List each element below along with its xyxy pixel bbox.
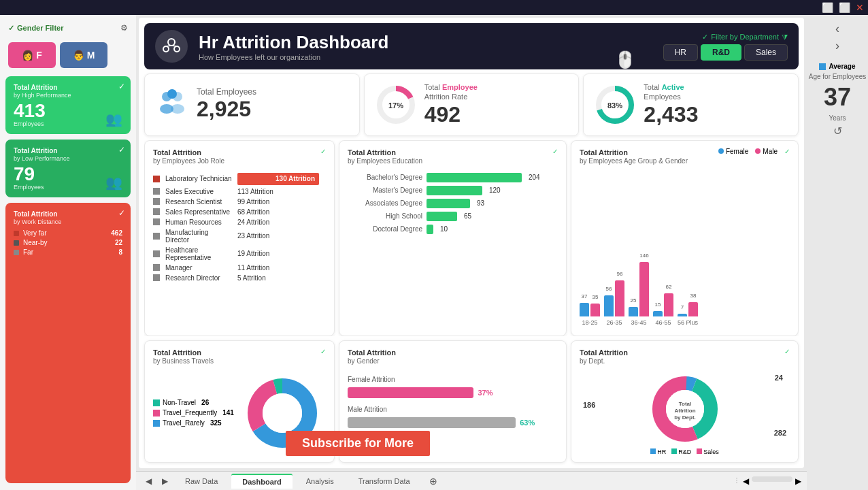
dashboard-title: Hr Attrition Dashboard [199, 32, 388, 53]
male-attrition-bar [348, 417, 516, 428]
people-icon [156, 88, 188, 121]
dept-sales-value: 282 [774, 429, 786, 437]
distance-dot [14, 250, 19, 255]
job-role-item: Manufacturing Director 23 Attrition [153, 229, 326, 244]
avg-sublabel: Age for Employees [809, 73, 867, 80]
male-legend: Male [755, 148, 778, 155]
female-pct: 37% [478, 389, 493, 397]
avg-dot [819, 63, 826, 70]
role-dot [153, 208, 160, 215]
scroll-right-button[interactable]: ▶ [795, 476, 801, 486]
tab-dashboard[interactable]: Dashboard [231, 474, 292, 489]
kpi-total-employees: Total Employees 2,925 [144, 74, 360, 136]
check-icon: ✓ [784, 148, 790, 155]
filter-rd-button[interactable]: R&D [701, 44, 741, 61]
dashboard: Hr Attrition Dashboard How Employees lef… [139, 18, 804, 468]
job-role-item: Sales Executive 113 Attrition [153, 188, 326, 195]
female-filter-button[interactable]: 👩 F [8, 42, 56, 68]
filter-sales-button[interactable]: Sales [744, 44, 788, 61]
tab-analysis[interactable]: Analysis [295, 474, 345, 488]
svg-line-4 [171, 46, 177, 46]
role-dot [153, 218, 160, 225]
distance-item: Far 8 [14, 248, 122, 256]
female-legend: Female [718, 148, 748, 155]
distance-dot [14, 240, 19, 246]
tab-transform-data[interactable]: Transform Data [348, 474, 421, 488]
employees-icon: 👥 [105, 174, 122, 191]
edu-item: Bachelor's Degree 204 [348, 173, 558, 182]
male-bar: 96 [615, 280, 624, 316]
svg-text:Attrition: Attrition [674, 408, 695, 414]
edu-bar [427, 186, 482, 195]
add-tab-button[interactable]: ⊕ [424, 473, 443, 489]
svg-point-0 [168, 39, 175, 46]
check-icon: ✓ [118, 145, 125, 154]
age-group: 73856 Plus [678, 302, 698, 326]
nav-prev-button[interactable]: ‹ [835, 22, 839, 36]
edu-item: Associates Degree 93 [348, 199, 558, 208]
age-group: 373518-25 [580, 303, 600, 326]
filter-buttons: HR R&D Sales [663, 44, 788, 61]
tab-prev-button[interactable]: ◀ [141, 474, 155, 488]
tab-next-button[interactable]: ▶ [158, 474, 171, 488]
kpi-row: Total Employees 2,925 17% [144, 74, 799, 136]
refresh-icon[interactable]: ↺ [833, 125, 842, 137]
job-role-item: Healthcare Representative 19 Attrition [153, 246, 326, 261]
role-dot [153, 198, 160, 205]
edu-bar [427, 173, 522, 182]
female-bar: 25 [629, 307, 638, 316]
close-icon[interactable]: ✕ [856, 2, 864, 13]
svg-text:by Dept.: by Dept. [674, 414, 696, 421]
check-icon: ✓ [320, 148, 326, 155]
distance-item: Near-by 22 [14, 239, 122, 246]
total-employees-label: Total Employees [197, 87, 256, 97]
check-icon: ✓ [552, 148, 558, 155]
cursor: 🖱️ [615, 50, 635, 69]
scroll-left-button[interactable]: ◀ [743, 476, 749, 486]
minimize-icon[interactable]: ⬜ [822, 2, 833, 13]
attrition-rate-label: Total EmployeeAttrition Rate [424, 82, 478, 102]
svg-text:83%: 83% [607, 101, 622, 110]
bottom-bar: ◀ ▶ Raw Data Dashboard Analysis Transfor… [136, 471, 807, 490]
active-value: 2,433 [644, 102, 698, 127]
check-icon: ✓ [118, 208, 125, 218]
attrition-high-card: ✓ Total Attrition by High Performance 41… [5, 76, 131, 134]
svg-point-7 [167, 89, 177, 99]
filter-icon[interactable]: ⚙ [120, 23, 128, 33]
title-bar: ⬜ ⬜ ✕ [0, 0, 868, 15]
right-panel: ‹ › Average Age for Employees 37 Years ↺ [807, 15, 868, 490]
male-bar: 38 [688, 302, 698, 316]
check-icon: ✓ [320, 348, 326, 355]
job-role-item: Research Scientist 99 Attrition [153, 198, 326, 206]
female-icon: 👩 [22, 50, 33, 61]
avg-number: 37 [824, 83, 851, 112]
total-employees-value: 2,925 [197, 97, 256, 122]
active-donut: 83% [595, 84, 635, 125]
male-filter-button[interactable]: 👨 M [60, 42, 107, 68]
age-bars: 373518-25569626-352514636-45156246-55738… [580, 170, 790, 329]
female-bar: 37 [580, 303, 589, 316]
svg-text:Total: Total [678, 401, 691, 407]
edu-item: High School 65 [348, 212, 558, 221]
male-icon: 👨 [73, 50, 84, 61]
edu-bar [427, 225, 433, 234]
job-role-chart: Total Attrition by Employees Job Role ✓ … [144, 140, 335, 336]
job-role-item: Laboratory Technician 130 Attrition [153, 173, 326, 185]
dashboard-header: Hr Attrition Dashboard How Employees lef… [144, 23, 799, 69]
filter-hr-button[interactable]: HR [663, 44, 698, 61]
education-chart: Total Attrition by Employees Education ✓… [339, 140, 567, 336]
subscribe-banner: Subscribe for More [286, 431, 430, 456]
age-group-chart: Total Attrition by Employees Age Group &… [571, 140, 799, 336]
charts-row-2: Total Attrition by Business Travels ✓ No… [144, 340, 799, 463]
role-dot [153, 176, 160, 182]
female-bar: 56 [604, 295, 614, 316]
nav-next-button[interactable]: › [835, 39, 839, 53]
funnel-icon: ⧩ [782, 33, 788, 42]
svg-text:17%: 17% [388, 101, 403, 110]
female-attrition-bar [348, 387, 473, 398]
checkmark-icon: ✓ [8, 24, 14, 33]
male-bar: 62 [664, 293, 673, 316]
filter-label: ✓ Filter by Department ⧩ [702, 33, 788, 42]
maximize-icon[interactable]: ⬜ [839, 2, 850, 13]
tab-raw-data[interactable]: Raw Data [174, 474, 229, 488]
